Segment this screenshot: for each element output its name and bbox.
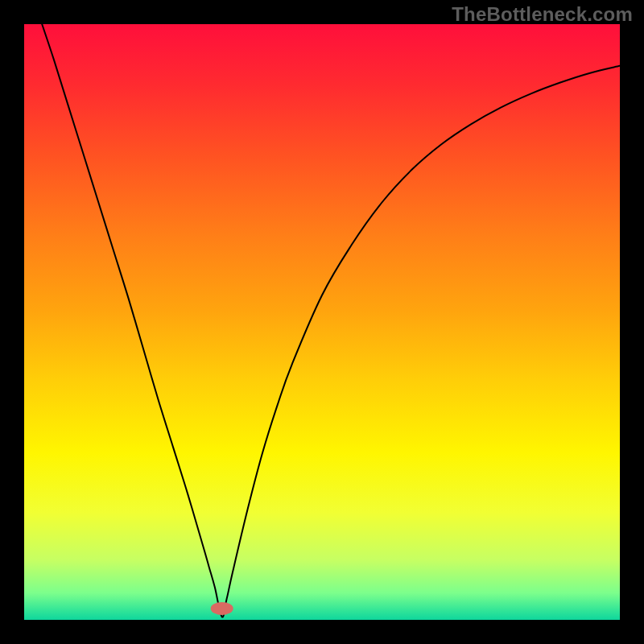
plot-area <box>24 24 620 620</box>
watermark-text: TheBottleneck.com <box>452 3 633 26</box>
plot-svg <box>24 24 620 620</box>
chart-frame: TheBottleneck.com <box>0 0 644 644</box>
minimum-marker <box>211 602 233 615</box>
gradient-background <box>24 24 620 620</box>
